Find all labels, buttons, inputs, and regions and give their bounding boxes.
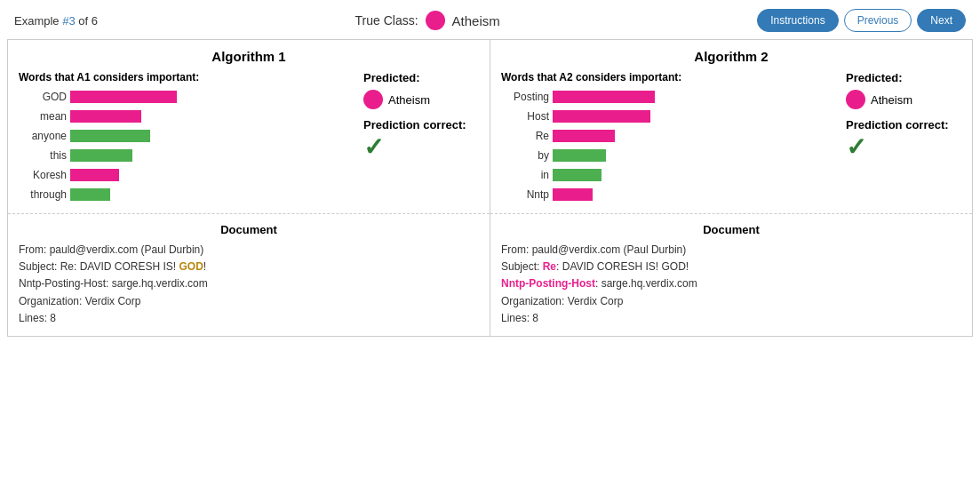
bar-label: anyone — [19, 130, 70, 142]
panel1-words-section: Words that A1 considers important: GODme… — [19, 71, 355, 206]
previous-button[interactable]: Previous — [844, 9, 912, 32]
bar-row: Posting — [501, 89, 837, 105]
bar-label: by — [501, 149, 553, 162]
bar-row: GOD — [19, 89, 355, 105]
true-class-section: True Class: Atheism — [355, 11, 500, 30]
bar-row: Nntp — [501, 187, 837, 203]
true-class-dot — [426, 11, 445, 30]
bar-fill — [553, 169, 602, 181]
panel1-checkmark: ✓ — [363, 135, 384, 160]
bar-row: through — [19, 187, 355, 203]
bar-label: Re — [501, 130, 553, 142]
bar-label: GOD — [19, 91, 70, 103]
bar-label: through — [19, 188, 70, 201]
bar-fill — [70, 149, 132, 162]
panel2-words-section: Words that A2 considers important: Posti… — [501, 71, 837, 206]
panel2-predicted-dot — [846, 90, 865, 109]
panel1-prediction-correct-label: Prediction correct: — [363, 118, 466, 131]
algorithm1-title: Algorithm 1 — [19, 49, 479, 64]
panel1-doc-text: From: pauld@verdix.com (Paul Durbin) Sub… — [19, 242, 479, 327]
bar-fill — [553, 149, 606, 162]
bar-row: mean — [19, 108, 355, 124]
doc1-line3: Nntp-Posting-Host: sarge.hq.verdix.com — [19, 275, 479, 292]
bar-fill — [553, 110, 650, 123]
doc2-line1: From: pauld@verdix.com (Paul Durbin) — [501, 242, 961, 259]
top-bar: Example #3 of 6 True Class: Atheism Inst… — [0, 0, 980, 39]
panel2-words-title: Words that A2 considers important: — [501, 71, 837, 84]
bar-label: Posting — [501, 91, 553, 103]
example-counter: Example #3 of 6 — [14, 14, 98, 28]
algorithm2-title: Algorithm 2 — [501, 49, 961, 64]
example-total: 6 — [92, 14, 98, 28]
panel1-bars: GODmeananyonethisKoreshthrough — [19, 89, 355, 203]
panel1-predicted-dot — [363, 90, 383, 109]
panel1-top: Algorithm 1 Words that A1 considers impo… — [8, 40, 490, 214]
panel2-bars: PostingHostRebyinNntp — [501, 89, 837, 203]
bar-fill — [553, 130, 615, 142]
bar-row: in — [501, 167, 837, 183]
panel2-checkmark: ✓ — [846, 135, 866, 160]
panel2-prediction-correct-label: Prediction correct: — [846, 118, 949, 131]
doc1-god-highlight: GOD — [179, 260, 203, 273]
doc1-line1: From: pauld@verdix.com (Paul Durbin) — [19, 242, 479, 259]
bar-row: Koresh — [19, 167, 355, 183]
bar-fill — [553, 91, 655, 103]
bar-label: Koresh — [19, 169, 70, 181]
panel1-predicted-value: Atheism — [388, 93, 430, 107]
doc1-line5: Lines: 8 — [19, 310, 479, 327]
doc1-line4: Organization: Verdix Corp — [19, 293, 479, 310]
true-class-value: Atheism — [452, 13, 500, 28]
bar-row: Re — [501, 128, 837, 144]
panel2-doc-title: Document — [501, 223, 961, 236]
bar-fill — [553, 188, 593, 201]
panel1-doc-title: Document — [19, 223, 479, 236]
bar-row: by — [501, 147, 837, 163]
doc2-nntp-highlight: Nntp-Posting-Host — [501, 277, 595, 290]
bar-row: anyone — [19, 128, 355, 144]
nav-buttons: Instructions Previous Next — [757, 9, 966, 32]
panel1-words-title: Words that A1 considers important: — [19, 71, 355, 84]
panel-algorithm2: Algorithm 2 Words that A2 considers impo… — [490, 40, 972, 336]
bar-fill — [70, 188, 110, 201]
panel2-bottom: Document From: pauld@verdix.com (Paul Du… — [490, 214, 972, 336]
example-number: #3 — [62, 14, 75, 28]
panel2-content: Words that A2 considers important: Posti… — [501, 71, 961, 206]
bar-row: this — [19, 147, 355, 163]
doc2-re-highlight: Re — [543, 260, 556, 273]
doc1-line2: Subject: Re: DAVID CORESH IS! GOD! — [19, 259, 479, 275]
bar-fill — [70, 169, 119, 181]
bar-label: mean — [19, 110, 70, 123]
panel2-predicted-value: Atheism — [871, 93, 912, 107]
doc2-line4: Organization: Verdix Corp — [501, 293, 961, 310]
bar-fill — [70, 110, 141, 123]
panel2-doc-text: From: pauld@verdix.com (Paul Durbin) Sub… — [501, 242, 961, 327]
panel1-bottom: Document From: pauld@verdix.com (Paul Du… — [8, 214, 490, 336]
true-class-label: True Class: — [355, 13, 418, 28]
doc2-line2: Subject: Re: DAVID CORESH IS! GOD! — [501, 259, 961, 275]
panel1-predicted-title: Predicted: — [363, 71, 420, 84]
panel2-predicted-title: Predicted: — [846, 71, 903, 84]
doc2-line5: Lines: 8 — [501, 310, 961, 327]
bar-label: in — [501, 169, 553, 181]
panel1-predicted-class: Atheism — [363, 90, 430, 109]
panel2-predicted-class: Atheism — [846, 90, 912, 109]
panel2-predicted-section: Predicted: Atheism Prediction correct: ✓ — [846, 71, 961, 206]
main-area: Algorithm 1 Words that A1 considers impo… — [7, 39, 973, 337]
bar-label: Nntp — [501, 188, 553, 201]
panel1-content: Words that A1 considers important: GODme… — [19, 71, 479, 206]
panel1-predicted-section: Predicted: Atheism Prediction correct: ✓ — [363, 71, 479, 206]
instructions-button[interactable]: Instructions — [757, 9, 838, 32]
doc2-line3: Nntp-Posting-Host: sarge.hq.verdix.com — [501, 275, 961, 292]
panel2-top: Algorithm 2 Words that A2 considers impo… — [490, 40, 972, 214]
next-button[interactable]: Next — [917, 9, 966, 32]
bar-fill — [70, 130, 150, 142]
bar-label: this — [19, 149, 70, 162]
bar-fill — [70, 91, 177, 103]
bar-label: Host — [501, 110, 553, 123]
bar-row: Host — [501, 108, 837, 124]
panel-algorithm1: Algorithm 1 Words that A1 considers impo… — [8, 40, 490, 336]
